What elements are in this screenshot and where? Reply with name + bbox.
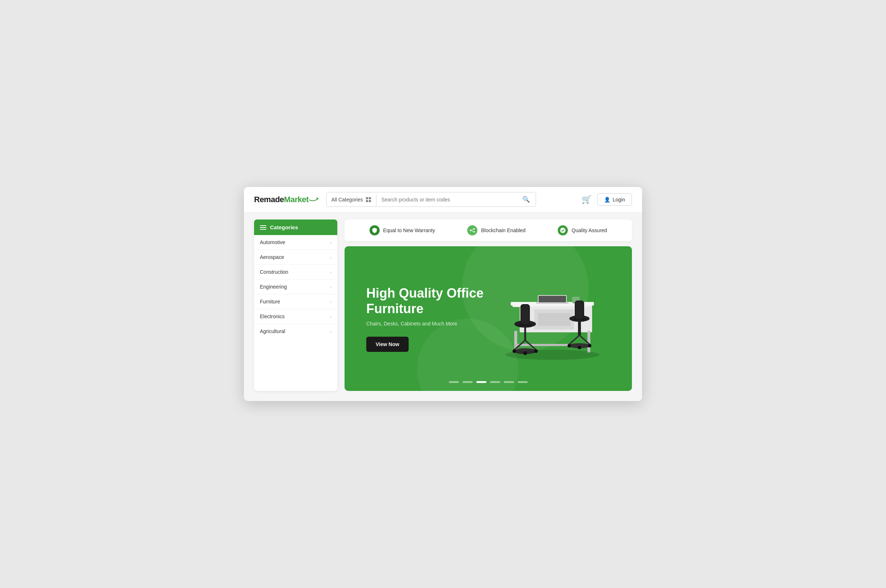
blockchain-label: Blockchain Enabled (481, 228, 525, 233)
logo-market-text: Market (284, 195, 309, 204)
chevron-icon: › (330, 240, 331, 245)
chevron-icon: › (330, 255, 331, 260)
sidebar: Categories Automotive › Aerospace › Cons… (254, 219, 337, 391)
warranty-label: Equal to New Warranty (383, 228, 435, 233)
sidebar-header: Categories (254, 219, 337, 235)
chevron-icon: › (330, 329, 331, 334)
blockchain-icon (467, 225, 477, 236)
svg-point-41 (505, 350, 599, 360)
carousel-dot-1[interactable] (449, 381, 459, 383)
chevron-icon: › (330, 314, 331, 320)
shield-icon (370, 225, 380, 236)
search-bar: All Categories 🔍 (326, 192, 536, 207)
chevron-icon: › (330, 299, 331, 304)
chevron-icon: › (330, 284, 331, 290)
grid-icon (366, 197, 371, 202)
login-label: Login (613, 197, 625, 202)
svg-point-1 (474, 228, 475, 230)
sidebar-item-furniture[interactable]: Furniture › (254, 294, 337, 309)
quality-icon (558, 225, 568, 236)
features-bar: Equal to New Warranty Blockchain Enabled (344, 219, 632, 241)
header: RemadeMarket All Categories 🔍 🛒 👤 (244, 187, 642, 212)
carousel-dots (344, 381, 632, 383)
right-content: Equal to New Warranty Blockchain Enabled (344, 219, 632, 391)
carousel-dot-4[interactable] (490, 381, 500, 383)
sidebar-item-automotive[interactable]: Automotive › (254, 235, 337, 250)
category-label: All Categories (331, 197, 363, 202)
svg-rect-13 (538, 313, 570, 326)
feature-blockchain: Blockchain Enabled (467, 225, 525, 236)
feature-quality: Quality Assured (558, 225, 607, 236)
logo-remade-text: Remade (254, 195, 284, 204)
carousel-dot-3[interactable] (476, 381, 486, 383)
hamburger-icon (260, 225, 266, 230)
hero-furniture-image (491, 268, 614, 369)
svg-line-3 (471, 229, 474, 230)
main-content: Categories Automotive › Aerospace › Cons… (244, 212, 642, 401)
login-button[interactable]: 👤 Login (597, 194, 632, 206)
logo[interactable]: RemadeMarket (254, 195, 319, 204)
sidebar-item-electronics[interactable]: Electronics › (254, 309, 337, 324)
hero-banner: High Quality Office Furniture Chairs, De… (344, 246, 632, 391)
browser-window: RemadeMarket All Categories 🔍 🛒 👤 (244, 187, 642, 401)
sidebar-item-label: Automotive (260, 239, 285, 245)
chevron-icon: › (330, 269, 331, 275)
search-icon: 🔍 (522, 196, 530, 203)
sidebar-item-label: Aerospace (260, 254, 284, 260)
logo-arrow-icon (309, 197, 319, 201)
sidebar-item-label: Agricultural (260, 328, 285, 334)
svg-point-39 (578, 346, 581, 350)
svg-point-2 (474, 231, 475, 232)
svg-point-38 (567, 344, 571, 348)
search-input[interactable] (376, 194, 516, 206)
sidebar-item-agricultural[interactable]: Agricultural › (254, 324, 337, 339)
sidebar-item-label: Electronics (260, 314, 284, 320)
svg-rect-37 (578, 320, 581, 336)
carousel-dot-5[interactable] (504, 381, 514, 383)
hero-cta-button[interactable]: View Now (366, 337, 409, 352)
sidebar-item-label: Construction (260, 269, 289, 275)
svg-rect-15 (539, 296, 566, 302)
sidebar-item-label: Furniture (260, 299, 280, 304)
hero-title: High Quality Office Furniture (366, 285, 489, 316)
sidebar-item-engineering[interactable]: Engineering › (254, 279, 337, 294)
svg-point-5 (560, 228, 565, 233)
sidebar-title: Categories (270, 224, 298, 230)
svg-rect-10 (587, 331, 590, 352)
sidebar-item-label: Engineering (260, 284, 287, 290)
cart-icon[interactable]: 🛒 (582, 195, 591, 204)
sidebar-item-aerospace[interactable]: Aerospace › (254, 250, 337, 265)
quality-label: Quality Assured (572, 228, 607, 233)
sidebar-item-construction[interactable]: Construction › (254, 265, 337, 279)
hero-subtitle: Chairs, Desks, Cabinets and Much More (366, 321, 489, 327)
svg-point-40 (588, 344, 591, 348)
search-button[interactable]: 🔍 (516, 192, 536, 207)
svg-rect-33 (575, 301, 584, 319)
hero-text-block: High Quality Office Furniture Chairs, De… (366, 285, 489, 352)
carousel-dot-2[interactable] (463, 381, 473, 383)
user-icon: 👤 (604, 197, 610, 202)
svg-line-4 (471, 231, 474, 232)
feature-warranty: Equal to New Warranty (370, 225, 435, 236)
category-dropdown[interactable]: All Categories (326, 194, 376, 206)
svg-point-0 (470, 230, 471, 231)
furniture-svg (491, 268, 614, 369)
carousel-dot-6[interactable] (517, 381, 528, 383)
header-actions: 🛒 👤 Login (582, 194, 632, 206)
svg-rect-16 (536, 302, 569, 304)
svg-rect-22 (521, 305, 529, 324)
